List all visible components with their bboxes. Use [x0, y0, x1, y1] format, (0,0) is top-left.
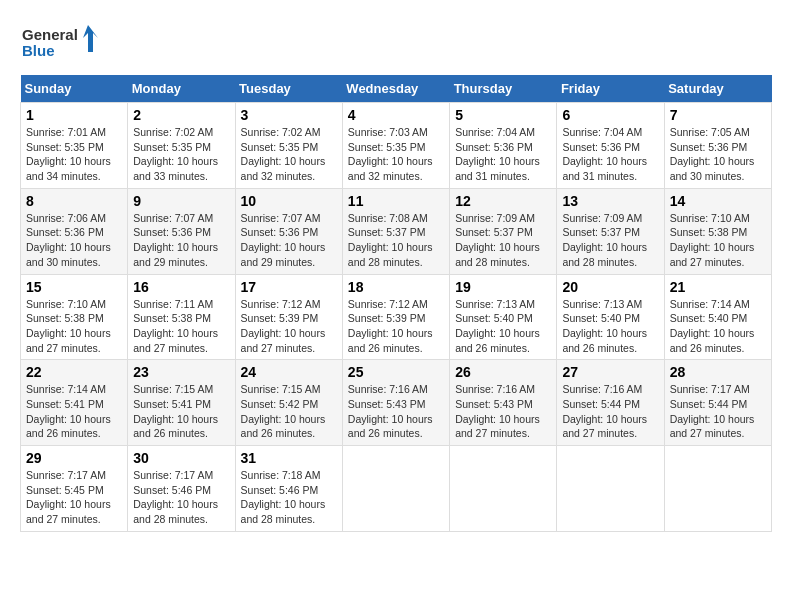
day-info: Sunrise: 7:10 AM Sunset: 5:38 PM Dayligh…	[670, 211, 766, 270]
day-number: 4	[348, 107, 444, 123]
day-info: Sunrise: 7:12 AM Sunset: 5:39 PM Dayligh…	[348, 297, 444, 356]
weekday-header-row: SundayMondayTuesdayWednesdayThursdayFrid…	[21, 75, 772, 103]
logo: General Blue	[20, 20, 100, 65]
day-number: 7	[670, 107, 766, 123]
weekday-header-sunday: Sunday	[21, 75, 128, 103]
day-info: Sunrise: 7:14 AM Sunset: 5:41 PM Dayligh…	[26, 382, 122, 441]
calendar-cell: 29 Sunrise: 7:17 AM Sunset: 5:45 PM Dayl…	[21, 446, 128, 532]
day-number: 22	[26, 364, 122, 380]
calendar-cell: 12 Sunrise: 7:09 AM Sunset: 5:37 PM Dayl…	[450, 188, 557, 274]
day-number: 26	[455, 364, 551, 380]
calendar-cell: 15 Sunrise: 7:10 AM Sunset: 5:38 PM Dayl…	[21, 274, 128, 360]
day-number: 25	[348, 364, 444, 380]
calendar-cell: 2 Sunrise: 7:02 AM Sunset: 5:35 PM Dayli…	[128, 103, 235, 189]
calendar-cell: 8 Sunrise: 7:06 AM Sunset: 5:36 PM Dayli…	[21, 188, 128, 274]
day-info: Sunrise: 7:11 AM Sunset: 5:38 PM Dayligh…	[133, 297, 229, 356]
calendar-cell: 28 Sunrise: 7:17 AM Sunset: 5:44 PM Dayl…	[664, 360, 771, 446]
day-info: Sunrise: 7:10 AM Sunset: 5:38 PM Dayligh…	[26, 297, 122, 356]
calendar-cell: 24 Sunrise: 7:15 AM Sunset: 5:42 PM Dayl…	[235, 360, 342, 446]
day-number: 29	[26, 450, 122, 466]
day-number: 13	[562, 193, 658, 209]
day-info: Sunrise: 7:17 AM Sunset: 5:45 PM Dayligh…	[26, 468, 122, 527]
calendar-cell: 23 Sunrise: 7:15 AM Sunset: 5:41 PM Dayl…	[128, 360, 235, 446]
calendar-cell: 26 Sunrise: 7:16 AM Sunset: 5:43 PM Dayl…	[450, 360, 557, 446]
day-info: Sunrise: 7:18 AM Sunset: 5:46 PM Dayligh…	[241, 468, 337, 527]
day-number: 6	[562, 107, 658, 123]
day-number: 24	[241, 364, 337, 380]
weekday-header-friday: Friday	[557, 75, 664, 103]
day-number: 3	[241, 107, 337, 123]
calendar-cell: 18 Sunrise: 7:12 AM Sunset: 5:39 PM Dayl…	[342, 274, 449, 360]
svg-marker-2	[83, 25, 98, 52]
day-info: Sunrise: 7:02 AM Sunset: 5:35 PM Dayligh…	[241, 125, 337, 184]
day-number: 8	[26, 193, 122, 209]
weekday-header-tuesday: Tuesday	[235, 75, 342, 103]
day-number: 31	[241, 450, 337, 466]
day-info: Sunrise: 7:15 AM Sunset: 5:41 PM Dayligh…	[133, 382, 229, 441]
day-info: Sunrise: 7:16 AM Sunset: 5:43 PM Dayligh…	[348, 382, 444, 441]
day-number: 18	[348, 279, 444, 295]
calendar-cell: 5 Sunrise: 7:04 AM Sunset: 5:36 PM Dayli…	[450, 103, 557, 189]
day-info: Sunrise: 7:06 AM Sunset: 5:36 PM Dayligh…	[26, 211, 122, 270]
svg-text:General: General	[22, 26, 78, 43]
calendar-body: 1 Sunrise: 7:01 AM Sunset: 5:35 PM Dayli…	[21, 103, 772, 532]
calendar-cell: 19 Sunrise: 7:13 AM Sunset: 5:40 PM Dayl…	[450, 274, 557, 360]
day-number: 5	[455, 107, 551, 123]
calendar-cell: 31 Sunrise: 7:18 AM Sunset: 5:46 PM Dayl…	[235, 446, 342, 532]
day-info: Sunrise: 7:07 AM Sunset: 5:36 PM Dayligh…	[241, 211, 337, 270]
day-number: 27	[562, 364, 658, 380]
day-info: Sunrise: 7:13 AM Sunset: 5:40 PM Dayligh…	[455, 297, 551, 356]
calendar-cell: 22 Sunrise: 7:14 AM Sunset: 5:41 PM Dayl…	[21, 360, 128, 446]
calendar-cell: 4 Sunrise: 7:03 AM Sunset: 5:35 PM Dayli…	[342, 103, 449, 189]
calendar-cell	[664, 446, 771, 532]
day-info: Sunrise: 7:07 AM Sunset: 5:36 PM Dayligh…	[133, 211, 229, 270]
day-info: Sunrise: 7:13 AM Sunset: 5:40 PM Dayligh…	[562, 297, 658, 356]
day-number: 10	[241, 193, 337, 209]
calendar-week-1: 1 Sunrise: 7:01 AM Sunset: 5:35 PM Dayli…	[21, 103, 772, 189]
day-info: Sunrise: 7:08 AM Sunset: 5:37 PM Dayligh…	[348, 211, 444, 270]
day-number: 30	[133, 450, 229, 466]
logo-svg: General Blue	[20, 20, 100, 65]
day-number: 20	[562, 279, 658, 295]
day-info: Sunrise: 7:14 AM Sunset: 5:40 PM Dayligh…	[670, 297, 766, 356]
day-info: Sunrise: 7:09 AM Sunset: 5:37 PM Dayligh…	[562, 211, 658, 270]
calendar-week-2: 8 Sunrise: 7:06 AM Sunset: 5:36 PM Dayli…	[21, 188, 772, 274]
day-info: Sunrise: 7:17 AM Sunset: 5:46 PM Dayligh…	[133, 468, 229, 527]
calendar-cell: 7 Sunrise: 7:05 AM Sunset: 5:36 PM Dayli…	[664, 103, 771, 189]
day-info: Sunrise: 7:01 AM Sunset: 5:35 PM Dayligh…	[26, 125, 122, 184]
calendar-week-4: 22 Sunrise: 7:14 AM Sunset: 5:41 PM Dayl…	[21, 360, 772, 446]
calendar-cell	[342, 446, 449, 532]
calendar-cell: 9 Sunrise: 7:07 AM Sunset: 5:36 PM Dayli…	[128, 188, 235, 274]
day-number: 11	[348, 193, 444, 209]
day-info: Sunrise: 7:03 AM Sunset: 5:35 PM Dayligh…	[348, 125, 444, 184]
day-info: Sunrise: 7:05 AM Sunset: 5:36 PM Dayligh…	[670, 125, 766, 184]
calendar-cell: 30 Sunrise: 7:17 AM Sunset: 5:46 PM Dayl…	[128, 446, 235, 532]
weekday-header-saturday: Saturday	[664, 75, 771, 103]
calendar-cell: 21 Sunrise: 7:14 AM Sunset: 5:40 PM Dayl…	[664, 274, 771, 360]
day-number: 17	[241, 279, 337, 295]
calendar-cell: 25 Sunrise: 7:16 AM Sunset: 5:43 PM Dayl…	[342, 360, 449, 446]
day-info: Sunrise: 7:17 AM Sunset: 5:44 PM Dayligh…	[670, 382, 766, 441]
calendar-cell: 27 Sunrise: 7:16 AM Sunset: 5:44 PM Dayl…	[557, 360, 664, 446]
day-number: 28	[670, 364, 766, 380]
calendar-cell: 14 Sunrise: 7:10 AM Sunset: 5:38 PM Dayl…	[664, 188, 771, 274]
day-number: 19	[455, 279, 551, 295]
day-info: Sunrise: 7:15 AM Sunset: 5:42 PM Dayligh…	[241, 382, 337, 441]
day-info: Sunrise: 7:16 AM Sunset: 5:44 PM Dayligh…	[562, 382, 658, 441]
calendar-cell: 17 Sunrise: 7:12 AM Sunset: 5:39 PM Dayl…	[235, 274, 342, 360]
day-number: 14	[670, 193, 766, 209]
day-number: 9	[133, 193, 229, 209]
day-number: 15	[26, 279, 122, 295]
day-number: 23	[133, 364, 229, 380]
day-info: Sunrise: 7:04 AM Sunset: 5:36 PM Dayligh…	[562, 125, 658, 184]
day-number: 21	[670, 279, 766, 295]
day-number: 2	[133, 107, 229, 123]
weekday-header-monday: Monday	[128, 75, 235, 103]
day-number: 16	[133, 279, 229, 295]
day-info: Sunrise: 7:04 AM Sunset: 5:36 PM Dayligh…	[455, 125, 551, 184]
calendar-cell: 3 Sunrise: 7:02 AM Sunset: 5:35 PM Dayli…	[235, 103, 342, 189]
day-number: 12	[455, 193, 551, 209]
svg-text:Blue: Blue	[22, 42, 55, 59]
calendar-cell: 6 Sunrise: 7:04 AM Sunset: 5:36 PM Dayli…	[557, 103, 664, 189]
weekday-header-wednesday: Wednesday	[342, 75, 449, 103]
